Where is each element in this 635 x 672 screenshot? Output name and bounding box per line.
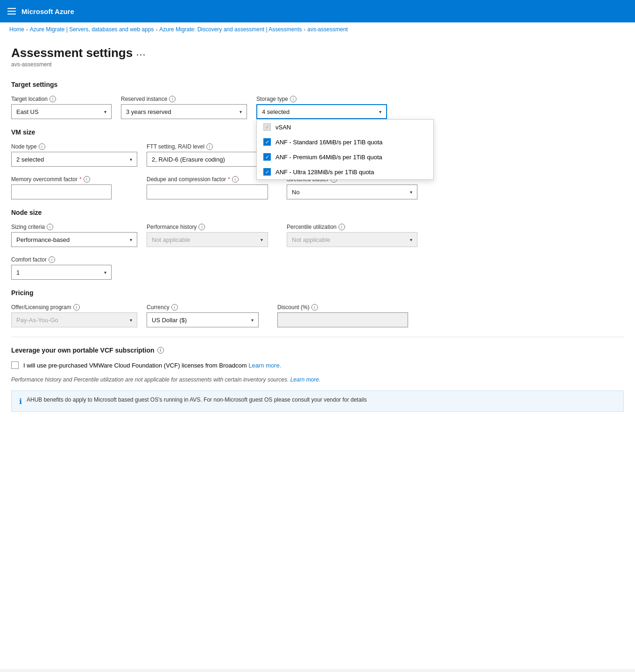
vcf-header-row: Leverage your own portable VCF subscript… [11,347,624,354]
target-location-field: Target location i East US ▾ [11,96,112,119]
sizing-criteria-info-icon[interactable]: i [47,224,53,230]
vcf-info-icon[interactable]: i [157,347,164,354]
breadcrumb-sep-2: › [156,27,158,32]
currency-field: Currency i US Dollar ($) ▾ [147,304,268,327]
stretched-cluster-dropdown[interactable]: No ▾ [287,184,417,199]
app-title: Microsoft Azure [21,7,74,15]
breadcrumb-sep-3: › [304,27,306,32]
vcf-learn-more-link[interactable]: Learn more. [248,362,281,369]
pricing-row: Offer/Licensing program i Pay-As-You-Go … [11,304,624,327]
performance-history-dropdown: Not applicable ▾ [147,232,268,247]
percentile-utilization-label: Percentile utilization i [287,224,427,230]
ftt-setting-value: 2, RAID-6 (Erasure coding) [152,156,225,163]
currency-label: Currency i [147,304,268,311]
offer-licensing-info-icon[interactable]: i [73,304,80,311]
offer-licensing-value: Pay-As-You-Go [16,317,58,324]
vsan-checkbox[interactable] [263,123,271,131]
node-type-dropdown[interactable]: 2 selected ▾ [11,152,137,167]
breadcrumb-sep-1: › [26,27,28,32]
memory-info-icon[interactable]: i [84,176,90,183]
info-box-text: AHUB benefits do apply to Microsoft base… [27,396,367,403]
anf-standard-label: ANF - Standard 16MiB/s per 1TiB quota [275,139,382,146]
percentile-utilization-dropdown: Not applicable ▾ [287,232,417,247]
reserved-instance-chevron: ▾ [240,109,242,114]
storage-option-anf-ultra[interactable]: ANF - Ultra 128MiB/s per 1TiB quota [257,164,433,179]
comfort-factor-label: Comfort factor i [11,256,112,263]
ftt-info-icon[interactable]: i [206,143,213,150]
offer-licensing-field: Offer/Licensing program i Pay-As-You-Go … [11,304,137,327]
target-settings-header: Target settings [11,81,624,88]
breadcrumb-home[interactable]: Home [9,26,24,33]
page-title-row: Assessment settings ... [11,46,624,60]
reserved-instance-field: Reserved instance i 3 years reserved ▾ [121,96,247,119]
reserved-instance-dropdown[interactable]: 3 years reserved ▾ [121,104,247,119]
breadcrumb-discovery[interactable]: Azure Migrate: Discovery and assessment … [159,26,302,33]
storage-option-anf-premium[interactable]: ANF - Premium 64MiB/s per 1TiB quota [257,149,433,164]
stretched-cluster-chevron: ▾ [410,190,412,195]
currency-dropdown[interactable]: US Dollar ($) ▾ [147,312,259,327]
discount-info-icon[interactable]: i [311,304,318,311]
ahub-info-box: ℹ AHUB benefits do apply to Microsoft ba… [11,390,624,412]
target-location-value: East US [16,108,39,115]
storage-option-anf-standard[interactable]: ANF - Standard 16MiB/s per 1TiB quota [257,134,433,149]
target-settings-row: Target location i East US ▾ Reserved ins… [11,96,624,119]
target-location-dropdown[interactable]: East US ▾ [11,104,112,119]
comfort-factor-dropdown[interactable]: 1 ▾ [11,265,112,280]
vcf-section: Leverage your own portable VCF subscript… [11,347,624,369]
performance-history-info-icon[interactable]: i [198,224,205,230]
target-location-info-icon[interactable]: i [49,96,56,102]
storage-type-label: Storage type i [256,96,396,102]
discount-input: 0 [277,312,408,327]
dedupe-required-star: * [228,176,230,183]
hamburger-menu[interactable] [7,8,16,14]
comfort-factor-chevron: ▾ [104,270,106,275]
node-type-info-icon[interactable]: i [39,143,45,150]
node-type-field: Node type i 2 selected ▾ [11,143,137,167]
page-title-text: Assessment settings [11,46,133,60]
breadcrumb-avs-assessment[interactable]: avs-assessment [307,26,348,33]
percentile-chevron: ▾ [410,237,412,242]
storage-type-field: Storage type i 4 selected ▾ vSAN ANF - S… [256,96,396,119]
target-location-label: Target location i [11,96,112,102]
storage-type-info-icon[interactable]: i [290,96,296,102]
memory-overcommit-input[interactable]: 1 [11,184,112,199]
memory-overcommit-field: Memory overcommit factor * i 1 [11,176,137,199]
discount-field: Discount (%) i 0 [277,304,417,327]
dedupe-info-icon[interactable]: i [232,176,239,183]
storage-type-dropdown[interactable]: 4 selected ▾ [256,104,387,119]
anf-standard-checkbox[interactable] [263,138,271,146]
sizing-criteria-dropdown[interactable]: Performance-based ▾ [11,232,137,247]
currency-info-icon[interactable]: i [171,304,178,311]
pricing-header: Pricing [11,289,624,297]
discount-label: Discount (%) i [277,304,417,311]
vcf-checkbox[interactable] [11,361,19,369]
info-note-learn-more-link[interactable]: Learn more. [290,376,321,383]
vcf-checkbox-label: I will use pre-purchased VMWare Cloud Fo… [23,362,281,369]
sizing-criteria-field: Sizing criteria i Performance-based ▾ [11,224,137,247]
performance-history-chevron: ▾ [261,237,263,242]
percentile-info-icon[interactable]: i [339,224,345,230]
anf-premium-checkbox[interactable] [263,153,271,161]
reserved-instance-info-icon[interactable]: i [169,96,176,102]
storage-option-vsan[interactable]: vSAN [257,120,433,134]
performance-history-field: Performance history i Not applicable ▾ [147,224,277,247]
currency-value: US Dollar ($) [152,317,187,324]
sizing-criteria-value: Performance-based [16,236,70,243]
sizing-criteria-chevron: ▾ [130,237,132,242]
comfort-factor-info-icon[interactable]: i [49,256,55,263]
storage-type-popup: vSAN ANF - Standard 16MiB/s per 1TiB quo… [256,119,434,180]
breadcrumb-azure-migrate[interactable]: Azure Migrate | Servers, databases and w… [30,26,154,33]
percentile-utilization-value: Not applicable [292,236,330,243]
node-size-row1: Sizing criteria i Performance-based ▾ Pe… [11,224,624,247]
offer-licensing-label: Offer/Licensing program i [11,304,137,311]
dedupe-compression-input[interactable]: 1.5 [147,184,268,199]
performance-history-value: Not applicable [152,236,190,243]
page-subtitle: avs-assessment [11,61,624,68]
node-type-value: 2 selected [16,156,44,163]
offer-licensing-dropdown: Pay-As-You-Go ▾ [11,312,137,327]
anf-ultra-checkbox[interactable] [263,168,271,176]
page-title-ellipsis[interactable]: ... [136,48,146,58]
memory-overcommit-label: Memory overcommit factor * i [11,176,137,183]
reserved-instance-value: 3 years reserved [126,108,171,115]
anf-ultra-label: ANF - Ultra 128MiB/s per 1TiB quota [275,169,374,176]
